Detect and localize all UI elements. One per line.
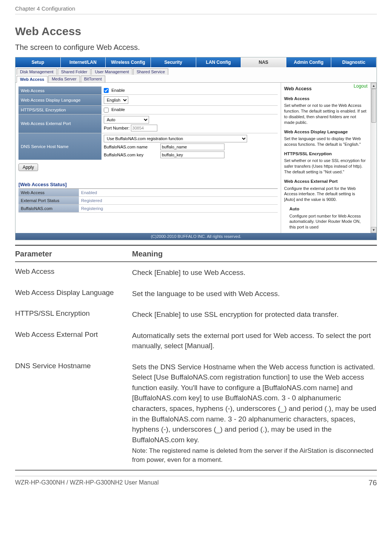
param-ext-port: Web Access External Port (15, 330, 132, 351)
parameter-table: Parameter Meaning Web Access Check [Enab… (15, 245, 377, 471)
settings-pane: Logout Web Access Enable Web Access Disp… (15, 83, 281, 233)
copyright-bar: (C)2000-2010 BUFFALO INC. All rights res… (15, 233, 377, 240)
row-dns-label: DNS Service Host Name (18, 133, 101, 160)
help-pane: Web Access Web Access Set whether or not… (281, 83, 370, 233)
row-display-lang-label: Web Access Display Language (18, 95, 101, 106)
param-header-meaning: Meaning (132, 250, 377, 258)
sub-tab-bar: Disk Management Shared Folder User Manag… (15, 67, 377, 83)
help-h-web-access: Web Access (284, 96, 367, 102)
subtab-bittorrent[interactable]: BitTorrent (81, 76, 105, 82)
buffalonas-key-label: BuffaloNAS.com key (104, 153, 160, 157)
tab-internet-lan[interactable]: Internet/LAN (61, 57, 106, 67)
tab-admin-config[interactable]: Admin Config (286, 57, 332, 67)
web-access-enable-text: Enable (111, 88, 125, 93)
subtab-shared-service[interactable]: Shared Service (133, 68, 168, 75)
buffalonas-key-input[interactable] (160, 151, 224, 158)
tab-lan-config[interactable]: LAN Config (196, 57, 241, 67)
help-h-display-lang: Web Access Display Language (284, 129, 367, 135)
help-h-ext-port: Web Access External Port (284, 179, 367, 185)
param-web-access: Web Access (15, 267, 132, 278)
intro-text: The screen to configure Web Access. (15, 43, 377, 52)
row-web-access-label: Web Access (18, 86, 101, 95)
footer-manual-title: WZR-HP-G300NH / WZR-HP-G300NH2 User Manu… (15, 479, 159, 486)
subtab-disk-management[interactable]: Disk Management (17, 68, 57, 75)
help-h-ssl: HTTPS/SSL Encryption (284, 151, 367, 157)
footer-page-number: 76 (369, 478, 377, 487)
buffalonas-name-input[interactable] (160, 144, 224, 150)
logout-link[interactable]: Logout (354, 83, 367, 89)
tab-wireless-config[interactable]: Wireless Config (106, 57, 151, 67)
meaning-dns: Sets the DNS Service Hostname when the W… (132, 363, 376, 444)
help-p-ssl: Set whether or not to use SSL encryption… (284, 158, 367, 175)
status-table: Web Access Enabled External Port Status … (18, 189, 278, 213)
help-p-web-access: Set whether or not to use the Web Access… (284, 103, 367, 125)
row-ext-port-label: Web Access External Port (18, 114, 101, 133)
status-web-access-value: Enabled (79, 189, 278, 197)
ssl-enable-checkbox[interactable] (104, 108, 109, 113)
status-buffalonas-label: BuffaloNAS.com (18, 204, 79, 212)
help-p-ext-port: Configure the external port for the Web … (284, 186, 367, 203)
apply-button[interactable]: Apply (18, 164, 38, 171)
status-web-access-label: Web Access (18, 189, 79, 197)
main-tab-bar: Setup Internet/LAN Wireless Config Secur… (15, 57, 377, 67)
section-title: Web Access (15, 25, 377, 38)
ext-port-mode-select[interactable]: Auto (104, 116, 149, 123)
param-dns: DNS Service Hostname (15, 362, 132, 465)
help-p-display-lang: Set the language used to display the Web… (284, 136, 367, 147)
scroll-thumb[interactable] (371, 89, 376, 123)
tab-setup[interactable]: Setup (15, 57, 61, 67)
page-chapter-header: Chapter 4 Configuration (15, 0, 377, 14)
status-ext-port-label: External Port Status (18, 196, 79, 204)
dns-mode-select[interactable]: Use BuffaloNAS.com registration function (104, 135, 247, 142)
ssl-enable-text: Enable (111, 107, 125, 112)
row-ssl-label: HTTPS/SSL Encryption (18, 106, 101, 114)
status-buffalonas-value: Registering (79, 204, 278, 212)
web-access-status-heading: [Web Access Status] (18, 182, 278, 189)
help-p-auto: Configure port number for Web Access aut… (289, 213, 367, 230)
meaning-display-lang: Set the language to be used with Web Acc… (132, 289, 377, 299)
scroll-down-icon[interactable]: ▼ (371, 227, 377, 233)
subtab-web-access[interactable]: Web Access (17, 76, 48, 83)
tab-security[interactable]: Security (151, 57, 196, 67)
display-language-select[interactable]: English (104, 96, 128, 104)
meaning-dns-note: Note: The registered name is deleted fro… (132, 446, 377, 465)
param-header-parameter: Parameter (15, 250, 132, 258)
tab-diagnostic[interactable]: Diagnostic (331, 57, 377, 67)
help-scrollbar[interactable]: ▲ ▼ (370, 83, 377, 233)
meaning-web-access: Check [Enable] to use Web Access. (132, 267, 377, 278)
buffalonas-name-label: BuffaloNAS.com name (104, 145, 160, 149)
param-display-lang: Web Access Display Language (15, 289, 132, 299)
status-ext-port-value: Registered (79, 196, 278, 204)
subtab-media-server[interactable]: Media Server (48, 76, 80, 82)
scroll-up-icon[interactable]: ▲ (371, 83, 377, 89)
meaning-ext-port: Automatically sets the external port use… (132, 330, 377, 351)
tab-nas[interactable]: NAS (241, 57, 286, 67)
subtab-user-management[interactable]: User Management (91, 68, 132, 75)
subtab-shared-folder[interactable]: Shared Folder (58, 68, 91, 75)
port-number-input[interactable] (131, 125, 157, 131)
help-h-auto: Auto (289, 206, 367, 212)
meaning-ssl: Check [Enable] to use SSL encryption for… (132, 309, 377, 320)
port-number-label: Port Number: (104, 126, 129, 130)
settings-table: Web Access Enable Web Access Display Lan… (18, 86, 278, 160)
router-admin-screenshot: Setup Internet/LAN Wireless Config Secur… (15, 57, 377, 240)
param-ssl: HTTPS/SSL Encryption (15, 309, 132, 320)
web-access-enable-checkbox[interactable] (104, 88, 109, 93)
